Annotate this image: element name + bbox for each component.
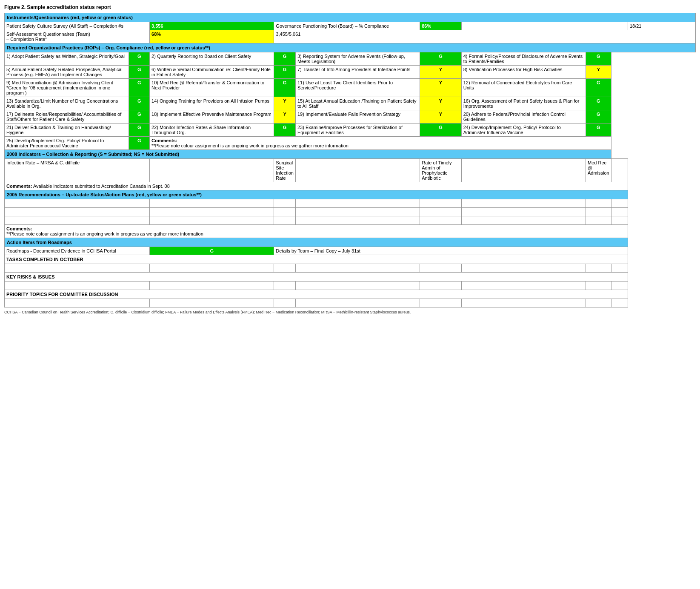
rop-16-text: 16) Org. Assessment of Patient Safety Is… [461,97,586,110]
indicators-row: Infection Rate – MRSA & C. difficile Sur… [5,159,696,182]
page-title: Figure 2. Sample accreditation status re… [4,4,696,10]
rop-4-status: G [586,52,611,66]
instruments-r1c2-label: Governance Functioning Tool (Board) – % … [274,22,420,30]
rop-23-status: G [420,124,461,137]
rop-12-status: G [586,79,611,97]
indicator-col1: Infection Rate – MRSA & C. difficile [5,159,150,182]
rop-10-text: 10) Med Rec @ Referral/Transfer & Commun… [150,79,274,97]
rops-row7: 25) Develop/Implement Org. Policy/ Proto… [5,137,696,150]
rop-19-status: Y [420,110,461,124]
rop-15-status: Y [420,97,461,110]
rop-18-text: 18) Implement Effective Preventive Maint… [150,110,274,124]
instruments-r1c1-value: 3,556 [150,22,274,30]
rops-row5: 17) Delineate Roles/Responsibilities/ Ac… [5,110,696,124]
instruments-row1: Patient Safety Culture Survey (All Staff… [5,22,696,30]
tasks-header: TASKS COMPLETED IN OCTOBER [5,255,628,264]
indicators-comments-row: Comments: Available indicators submitted… [5,182,696,190]
rops-row4: 13) Standardize/Limit Number of Drug Con… [5,97,696,110]
rops-header: Required Organizational Practices (ROPs)… [5,43,696,52]
rop-13-text: 13) Standardize/Limit Number of Drug Con… [5,97,129,110]
indicators-header: 2008 Indicators – Collection & Reporting… [5,150,611,159]
instruments-row2: Self-Assessment Questionnaires (Team) – … [5,30,696,43]
rop-4-text: 4) Formal Policy/Process of Disclosure o… [461,52,586,66]
rop-21-status: G [129,124,150,137]
rop-3-text: 3) Reporting System for Adverse Events (… [295,52,420,66]
rop-1-status: G [129,52,150,66]
risks-empty-row [5,282,696,290]
indicators-comments: Comments: Available indicators submitted… [5,182,628,190]
instruments-header: Instruments/Questionnaires (red, yellow … [5,13,696,22]
rop-24-text: 24) Develop/Implement Org. Policy/ Proto… [461,124,586,137]
tasks-header-row: TASKS COMPLETED IN OCTOBER [5,255,696,264]
rop-7-text: 7) Transfer of Info Among Providers at I… [295,66,420,79]
indicator-col1-status [150,159,274,182]
indicator-col2-status [295,159,420,182]
recs-comments-row: Comments: **Please note colour assignmen… [5,225,696,238]
rop-1-text: 1) Adopt Patient Safety as Written, Stra… [5,52,129,66]
rop-13-status: G [129,97,150,110]
rop-20-text: 20) Adhere to Federal/Provincial Infecti… [461,110,586,124]
recs-header: 2005 Recommendations – Up-to-date Status… [5,190,628,199]
rop-11-status: Y [420,79,461,97]
action-col1-status: G [150,247,274,255]
rop-12-text: 12) Removal of Concentrated Electrolytes… [461,79,586,97]
rop-2-text: 2) Quarterly Reporting to Board on Clien… [150,52,274,66]
priority-header: PRIORITY TOPICS FOR COMMITTEE DISCUSSION [5,290,628,299]
rop-17-status: G [129,110,150,124]
indicator-col2: Surgical Site Infection Rate [274,159,296,182]
indicator-col3-status [461,159,586,182]
action-col2: Details by Team – Final Copy – July 31st [274,247,628,255]
instruments-r1c2-value: 86% [420,22,461,30]
instruments-r2c1-label: Self-Assessment Questionnaires (Team) – … [5,30,150,43]
rop-22-text: 22) Monitor Infection Rates & Share Info… [150,124,274,137]
footnote: CCHSA = Canadian Council on Health Servi… [4,310,696,314]
rop-3-status: G [420,52,461,66]
rop-9-status: G [129,79,150,97]
rop-8-text: 8) Verification Processes for High Risk … [461,66,586,79]
risks-header-row: KEY RISKS & ISSUES [5,273,696,282]
rop-14-text: 14) Ongoing Training for Providers on Al… [150,97,274,110]
instruments-r1c3-value: 18/21 [628,22,695,30]
indicator-col4: Med Rec @ Admission [586,159,611,182]
indicators-header-row: 2008 Indicators – Collection & Reporting… [5,150,696,159]
tasks-empty-row [5,264,696,273]
indicator-col3: Rate of Timely Admin of Prophylactic Ant… [420,159,461,182]
rops-comments: Comments: **Please note colour assignmen… [150,137,611,150]
main-table: Instruments/Questionnaires (red, yellow … [4,13,696,307]
rop-24-status: G [586,124,611,137]
rop-7-status: Y [420,66,461,79]
rop-18-status: Y [274,110,296,124]
rop-25-text: 25) Develop/Implement Org. Policy/ Proto… [5,137,129,150]
rops-row6: 21) Deliver Education & Training on Hand… [5,124,696,137]
action-header-row: Action Items from Roadmaps [5,238,696,247]
rops-row2: 5) Annual Patient Safety-Related Prospec… [5,66,696,79]
rops-row1: 1) Adopt Patient Safety as Written, Stra… [5,52,696,66]
priority-header-row: PRIORITY TOPICS FOR COMMITTEE DISCUSSION [5,290,696,299]
rop-10-status: G [274,79,296,97]
rop-8-status: Y [586,66,611,79]
instruments-r2c2-value: 3,455/5,061 [274,30,696,43]
recs-empty-row3 [5,216,696,225]
action-row: Roadmaps - Documented Evidence in CCHSA … [5,247,696,255]
instruments-r1c1-label: Patient Safety Culture Survey (All Staff… [5,22,150,30]
action-header: Action Items from Roadmaps [5,238,628,247]
rop-6-text: 6) Written & Verbal Communication re: Cl… [150,66,274,79]
priority-empty-row [5,299,696,307]
rop-11-text: 11) Use at Least Two Client Identifiers … [295,79,420,97]
rop-20-status: G [586,110,611,124]
rop-14-status: Y [274,97,296,110]
recs-empty-row2 [5,208,696,216]
rop-15-text: 15) At Least Annual Education /Training … [295,97,420,110]
rop-9-text: 9) Med Reconciliation @ Admission Involv… [5,79,129,97]
rop-17-text: 17) Delineate Roles/Responsibilities/ Ac… [5,110,129,124]
rop-16-status: G [586,97,611,110]
rops-header-row: Required Organizational Practices (ROPs)… [5,43,696,52]
rop-19-text: 19) Implement/Evaluate Falls Prevention … [295,110,420,124]
rop-6-status: G [274,66,296,79]
rop-5-status: G [129,66,150,79]
indicator-col4-status [611,159,628,182]
recs-comments: Comments: **Please note colour assignmen… [5,225,628,238]
rop-2-status: G [274,52,296,66]
rop-22-status: G [274,124,296,137]
rop-21-text: 21) Deliver Education & Training on Hand… [5,124,129,137]
